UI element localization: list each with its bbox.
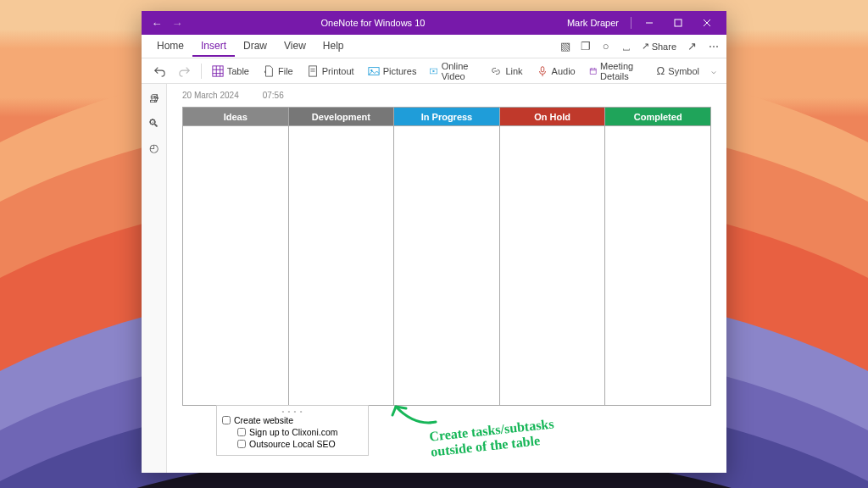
share-button[interactable]: ↗ Share [637,41,682,52]
undo-button[interactable] [148,64,170,79]
subtask-checkbox[interactable] [237,440,246,448]
kanban-cell-development[interactable] [288,126,394,406]
ribbon-symbol-label: Symbol [668,66,699,76]
ribbon-link[interactable]: Link [485,64,527,79]
page-date: 20 March 2024 [182,91,239,100]
ribbon-online-video[interactable]: Online Video [425,59,481,83]
svg-rect-4 [213,65,223,75]
kanban-body-row [183,126,711,406]
annotation-text: Create tasks/subtasks outside of the tab… [428,417,556,461]
tab-draw[interactable]: Draw [235,36,275,57]
task-label[interactable]: Create website [234,415,293,425]
subtask-checkbox[interactable] [237,428,246,436]
subtask-row[interactable]: Outsource Local SEO [236,438,364,450]
app-title: OneNote for Windows 10 [187,18,559,28]
kanban-header-ideas[interactable]: Ideas [183,108,289,126]
recent-icon[interactable]: ◴ [149,141,159,154]
task-note-container[interactable]: • • • • Create website Sign up to Clixon… [216,405,369,456]
redo-button[interactable] [174,64,196,79]
kanban-cell-completed[interactable] [605,126,711,406]
kanban-table[interactable]: Ideas Development In Progress On Hold Co… [182,107,711,406]
ribbon-file[interactable]: File [258,64,298,79]
kanban-header-completed[interactable]: Completed [605,108,711,126]
tab-help[interactable]: Help [314,36,353,57]
page-canvas[interactable]: 20 March 2024 07:56 Ideas Development In… [167,84,726,473]
minimize-button[interactable] [635,11,664,35]
ribbon-printout-label: Printout [322,66,354,76]
tab-view[interactable]: View [275,36,314,57]
ribbon-pictures-label: Pictures [383,66,417,76]
bell-icon[interactable]: ⎵ [616,40,637,53]
kanban-cell-onhold[interactable] [499,126,605,406]
ribbon-overflow-button[interactable]: ⌵ [708,66,720,75]
search-icon[interactable]: 🔍︎ [148,117,159,130]
ribbon-table-label: Table [227,66,249,76]
user-name[interactable]: Mark Draper [559,18,627,28]
page-metadata: 20 March 2024 07:56 [182,89,711,107]
ribbon-audio-label: Audio [552,66,576,76]
kanban-header-onhold[interactable]: On Hold [499,108,605,126]
fullscreen-button[interactable]: ↗ [682,40,702,53]
subtask-row[interactable]: Sign up to Clixoni.com [236,426,364,438]
ribbon-meeting[interactable]: Meeting Details [584,59,648,83]
ribbon: Table File Printout Pictures Online Vide… [142,58,726,84]
more-button[interactable]: ⋯ [702,41,726,53]
svg-rect-15 [541,66,544,71]
task-checkbox[interactable] [222,416,231,424]
kanban-header-development[interactable]: Development [288,108,394,126]
share-icon: ↗ [642,41,649,52]
ribbon-meeting-label: Meeting Details [600,61,643,81]
title-bar: ← → OneNote for Windows 10 Mark Draper [142,11,726,35]
ribbon-symbol[interactable]: Ω Symbol [652,63,704,79]
ribbon-link-label: Link [505,66,522,76]
subtask-label[interactable]: Outsource Local SEO [249,439,336,449]
page-time: 07:56 [263,91,284,100]
menu-bar: Home Insert Draw View Help ▧ ❐ ○ ⎵ ↗ Sha… [142,35,726,58]
kanban-cell-inprogress[interactable] [394,126,500,406]
ribbon-pictures[interactable]: Pictures [363,64,422,79]
nav-back-button[interactable]: ← [147,17,167,30]
page-icon[interactable]: ❐ [576,40,596,53]
notebooks-icon[interactable]: 📚︎ [148,92,159,105]
nav-forward-button[interactable]: → [167,17,187,30]
subtask-label[interactable]: Sign up to Clixoni.com [249,427,337,437]
ribbon-audio[interactable]: Audio [531,64,581,79]
ribbon-video-label: Online Video [442,61,477,81]
lightbulb-icon[interactable]: ○ [596,40,616,53]
maximize-button[interactable] [664,11,693,35]
kanban-cell-ideas[interactable] [183,126,289,406]
svg-rect-1 [675,19,682,26]
close-button[interactable] [693,11,721,35]
separator [201,64,202,79]
svg-rect-16 [590,69,596,74]
tab-home[interactable]: Home [148,36,192,57]
tab-insert[interactable]: Insert [192,36,235,57]
separator [631,17,632,29]
immersive-reader-icon[interactable]: ▧ [555,40,576,53]
sidebar: 📚︎ 🔍︎ ◴ [142,84,167,473]
kanban-header-row: Ideas Development In Progress On Hold Co… [183,108,711,126]
ribbon-printout[interactable]: Printout [302,64,359,79]
body: 📚︎ 🔍︎ ◴ 20 March 2024 07:56 Ideas Develo… [142,84,726,473]
ribbon-table[interactable]: Table [207,64,254,79]
task-row[interactable]: Create website [220,414,364,426]
menu-tabs: Home Insert Draw View Help [142,36,353,57]
share-label: Share [652,42,676,52]
kanban-header-inprogress[interactable]: In Progress [394,108,500,126]
omega-icon: Ω [657,64,665,77]
app-window: ← → OneNote for Windows 10 Mark Draper H… [142,11,726,473]
ribbon-file-label: File [278,66,293,76]
